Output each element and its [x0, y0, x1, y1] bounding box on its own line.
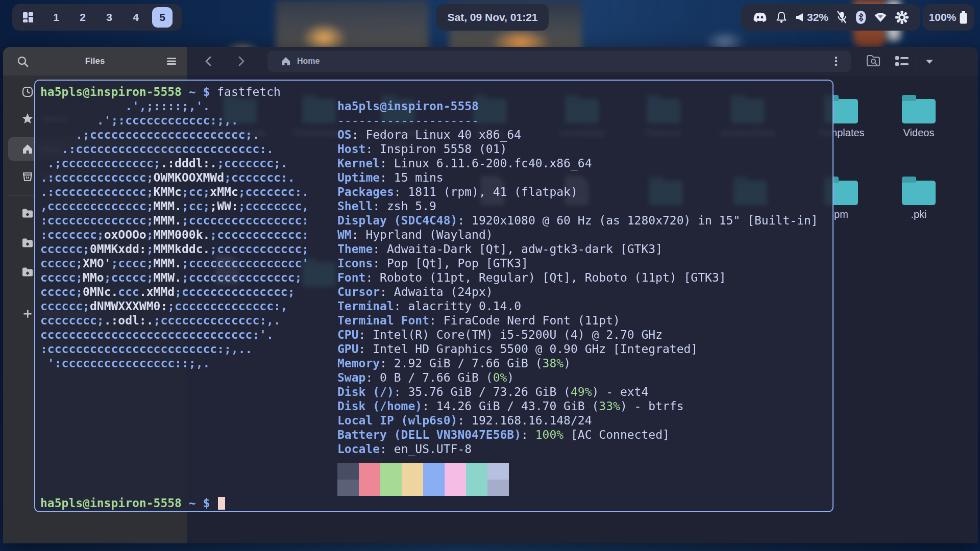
info-line: WM: Hyprland (Wayland): [337, 228, 818, 242]
clock-text: Sat, 09 Nov, 01:21: [447, 11, 537, 23]
desktop: 12345 Sat, 09 Nov, 01:21: [0, 0, 980, 551]
chevron-down-icon: [924, 58, 935, 65]
folder-icon: [21, 207, 34, 219]
hamburger-menu-icon[interactable]: [165, 55, 178, 67]
search-folder-icon[interactable]: [866, 54, 881, 69]
fedora-ascii-logo: .',;::::;,'. .';:cccccccccccc:;,. .;cccc…: [40, 99, 309, 370]
ascii-line: cccccc;0MMKxdd:;MMMkddc.;cccccccccccc;: [40, 242, 309, 256]
view-toggle[interactable]: [894, 54, 950, 69]
palette-swatch: [380, 463, 402, 480]
palette-swatch: [380, 480, 402, 496]
info-line: Locale: en_US.UTF-8: [337, 442, 818, 456]
ascii-line: .';:cccccccccccc:;,.: [40, 113, 309, 128]
palette-swatch: [423, 463, 445, 480]
info-line: Battery (DELL VN3N047E56B): 100% [AC Con…: [337, 428, 818, 442]
app-launcher-icon[interactable]: [21, 11, 35, 24]
ascii-line: ccccc;MMo;ccccc;MMW.;ccccccccccccccc;: [40, 270, 309, 285]
palette-swatch: [359, 463, 380, 480]
palette-row-1: [337, 463, 509, 480]
breadcrumb-label: Home: [297, 57, 320, 66]
info-line: Swap: 0 B / 7.66 GiB (0%): [337, 370, 818, 385]
palette-swatch: [423, 480, 445, 496]
info-line: Font: Roboto (11pt, Regular) [Qt], Robot…: [337, 270, 818, 285]
workspace-button-1[interactable]: 1: [46, 7, 66, 28]
list-view-icon: [894, 55, 910, 68]
star-icon: [21, 112, 34, 124]
ascii-line: cccccc;dNMWXXXWM0:;cccccccccccccc:,: [40, 299, 309, 313]
info-line: GPU: Intel HD Graphics 5500 @ 0.90 GHz […: [337, 342, 818, 356]
ascii-line: :cccccccccccccc;MMM.;cccccccccccccccc:: [40, 213, 309, 228]
top-bar: 12345 Sat, 09 Nov, 01:21: [0, 0, 980, 36]
volume-icon[interactable]: 32%: [796, 11, 828, 23]
prompt-user: ha5pls@inspiron-5558: [40, 85, 182, 98]
command-text: fastfetch: [217, 85, 281, 98]
forward-button[interactable]: [234, 55, 248, 68]
notification-bell-icon[interactable]: [775, 11, 788, 24]
palette-swatch: [337, 480, 359, 496]
microphone-muted-icon[interactable]: [836, 11, 847, 24]
terminal-window[interactable]: ha5pls@inspiron-5558 ~ $ fastfetch .',;:…: [34, 80, 834, 512]
info-line: CPU: Intel(R) Core(TM) i5-5200U (4) @ 2.…: [337, 328, 818, 342]
home-icon: [21, 143, 34, 155]
palette-row-2: [337, 480, 509, 496]
prompt-dir: ~: [189, 85, 196, 98]
info-line: Cursor: Adwaita (24px): [337, 285, 818, 299]
info-line: --------------------: [337, 113, 818, 128]
ascii-line: ccccc;0MNc.ccc.xMMd;ccccccccccccccc;: [40, 285, 309, 299]
folder-icon: [21, 266, 34, 278]
ascii-line: :cccccccccccccccccccccccc:;,..: [40, 342, 309, 356]
wifi-icon[interactable]: [874, 12, 887, 22]
back-button[interactable]: [202, 55, 215, 68]
info-line: Packages: 1811 (rpm), 41 (flatpak): [337, 185, 818, 199]
breadcrumb[interactable]: Home: [267, 51, 851, 72]
palette-swatch: [487, 463, 509, 480]
workspace-button-2[interactable]: 2: [72, 7, 93, 28]
clock[interactable]: Sat, 09 Nov, 01:21: [436, 4, 549, 31]
ascii-line: :ccccccc;oxOOOo;MMM000k.;cccccccccccc:: [40, 228, 309, 242]
app-title: Files: [3, 56, 187, 66]
system-tray: 32%: [741, 4, 920, 31]
terminal-prompt: ha5pls@inspiron-5558 ~ $: [40, 496, 225, 510]
prompt-symbol: $: [203, 85, 210, 98]
palette-swatch: [402, 480, 423, 496]
workspace-button-4[interactable]: 4: [126, 7, 146, 28]
files-header-bar: Home: [187, 47, 978, 76]
ascii-line: ,cccccccccccccc;MMM.;cc;;WW:;cccccccc,: [40, 199, 309, 213]
trash-icon: [21, 170, 34, 182]
ascii-line: .;ccccccccccccc;.:dddl:.;ccccccc;.: [40, 156, 309, 170]
sidebar-header: Files: [3, 47, 187, 76]
ascii-line: .',;::::;,'.: [40, 99, 309, 113]
bluetooth-icon[interactable]: [855, 10, 866, 24]
palette-swatch: [487, 480, 509, 496]
kebab-menu-icon[interactable]: [830, 56, 842, 67]
discord-icon[interactable]: [752, 12, 768, 23]
workspaces-pill: 12345: [12, 4, 182, 31]
ascii-line: ccccc;XMO';cccc;MMM.;cccccccccccccccc': [40, 256, 309, 270]
palette-swatch: [445, 463, 466, 480]
info-line: Terminal Font: FiraCode Nerd Font (11pt): [337, 313, 818, 328]
fastfetch-info: ha5pls@inspiron-5558--------------------…: [337, 99, 818, 456]
volume-level: 32%: [807, 11, 828, 23]
info-line: Local IP (wlp6s0): 192.168.16.148/24: [337, 413, 818, 428]
info-line: Uptime: 15 mins: [337, 170, 818, 185]
palette-swatch: [337, 463, 359, 480]
ascii-line: cccccccc;.:odl:.;cccccccccccccc:,.: [40, 313, 309, 328]
battery-indicator[interactable]: 100%: [923, 4, 974, 31]
info-line: Theme: Adwaita-Dark [Qt], adw-gtk3-dark …: [337, 242, 818, 256]
palette-swatch: [402, 463, 423, 480]
workspace-button-3[interactable]: 3: [99, 7, 119, 28]
ascii-line: .;cccccccccccccccccccccc;.: [40, 128, 309, 142]
terminal-cursor: [218, 497, 225, 510]
workspace-button-5[interactable]: 5: [152, 7, 173, 28]
settings-gear-icon[interactable]: [895, 11, 909, 24]
palette-swatch: [466, 463, 487, 480]
info-line: Disk (/home): 14.26 GiB / 43.70 GiB (33%…: [337, 399, 818, 413]
info-line: ha5pls@inspiron-5558: [337, 99, 818, 113]
ascii-line: .:ccccccccccccc;KMMc;cc;xMMc;ccccccc:.: [40, 185, 309, 199]
ascii-line: ':cccccccccccccccc::;,.: [40, 356, 309, 370]
terminal-color-palette: [337, 463, 509, 496]
palette-swatch: [359, 480, 380, 496]
palette-swatch: [466, 480, 487, 496]
prompt-symbol: $: [203, 496, 210, 510]
ascii-line: cccccccccccccccccccccccccccccc:'.: [40, 328, 309, 342]
